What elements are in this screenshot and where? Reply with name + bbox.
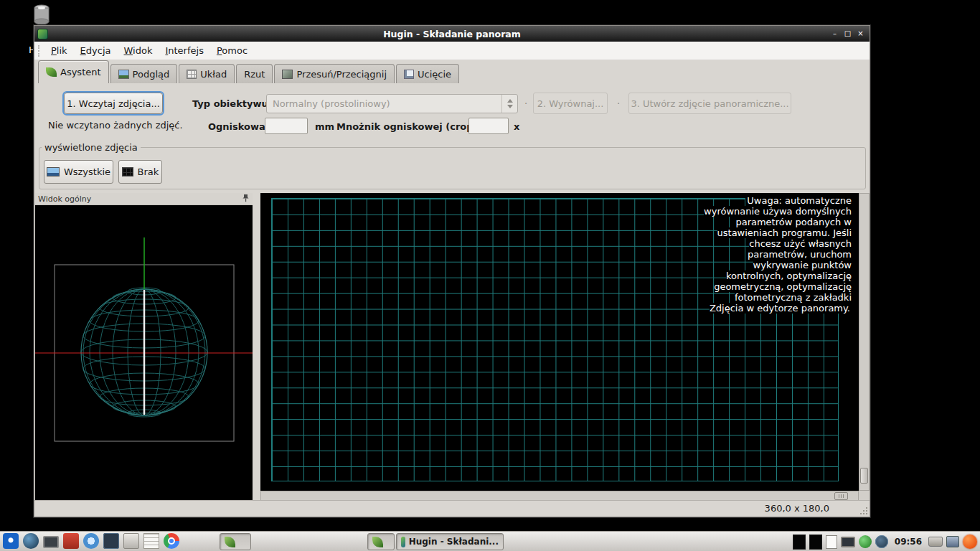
desktop-archive-icon[interactable] (33, 4, 50, 26)
focal-unit-label: mm (315, 121, 334, 132)
crop-icon (404, 70, 414, 79)
button-label: Wszystkie (64, 166, 110, 177)
taskbar-hugin-window-button[interactable]: Hugin - Składani... (396, 533, 504, 550)
vertical-scrollbar-thumb[interactable] (860, 468, 868, 484)
menu-plik[interactable]: Plik (44, 43, 74, 58)
move-drag-icon (282, 70, 293, 79)
tray-black-box-1 (793, 534, 806, 550)
crop-factor-label: Mnożnik ogniskowej (crop): (336, 121, 481, 132)
tray-network-icon[interactable] (875, 535, 888, 548)
resize-grip[interactable] (860, 507, 867, 514)
tab-label: Asystent (60, 67, 101, 77)
notification-orange-icon[interactable] (963, 534, 977, 549)
tab-label: Układ (200, 69, 227, 80)
window-title: Hugin - Składanie panoram (34, 29, 870, 39)
no-images-icon (122, 167, 133, 176)
assistant-icon (46, 67, 57, 77)
tab-uciecie[interactable]: Ucięcie (396, 64, 459, 83)
tray-black-box-2 (809, 534, 822, 550)
hugin-app-icon (37, 29, 48, 39)
load-images-button[interactable]: 1. Wczytaj zdjęcia... (64, 93, 163, 114)
show-all-images-button[interactable]: Wszystkie (44, 160, 113, 184)
show-none-images-button[interactable]: Brak (118, 160, 162, 184)
create-panorama-button[interactable]: 3. Utwórz zdjęcie panoramiczne... (628, 93, 791, 114)
sphere-overview-canvas[interactable] (35, 205, 253, 503)
focal-length-label: Ogniskowa: (208, 121, 269, 132)
menubar-grip[interactable] (38, 45, 42, 57)
pin-icon[interactable] (242, 194, 250, 204)
text-editor-icon[interactable] (143, 533, 159, 549)
taskbar-leaf-button-1[interactable] (220, 533, 251, 550)
display-settings-icon[interactable] (43, 536, 59, 548)
auto-align-note: Uwaga: automatyczne wyrównanie używa dom… (699, 195, 852, 314)
file-manager-icon[interactable] (123, 533, 139, 549)
minimize-button[interactable]: – (829, 29, 840, 39)
focal-length-input[interactable] (265, 118, 308, 134)
taskbar: Hugin - Składani... 09:56 (0, 531, 980, 551)
all-images-icon (47, 167, 60, 176)
crop-unit-label: x (514, 121, 519, 132)
menu-edycja[interactable]: Edycja (74, 43, 118, 58)
overview-pane: Widok ogólny (35, 193, 253, 503)
horizontal-scrollbar-thumb[interactable] (834, 492, 848, 500)
tab-label: Przesuń/Przeciągnij (296, 69, 387, 80)
chevron-down-icon (507, 105, 513, 108)
tray-printer-icon[interactable] (928, 537, 943, 547)
separator-dot: · (524, 98, 527, 109)
package-manager-icon[interactable] (63, 533, 79, 549)
tab-przesun[interactable]: Przesuń/Przeciągnij (274, 64, 395, 83)
align-button[interactable]: 2. Wyrównaj... (533, 93, 608, 114)
displayed-images-group (39, 147, 866, 189)
hugin-app-icon (401, 537, 405, 547)
tab-label: Rzut (244, 69, 265, 80)
statusbar: 360,0 x 180,0 (34, 500, 870, 517)
pane-splitter[interactable] (253, 193, 260, 503)
tab-podglad[interactable]: Podgląd (110, 64, 178, 83)
tab-uklad[interactable]: Układ (179, 64, 235, 83)
vertical-scrollbar[interactable] (859, 193, 870, 491)
leaf-icon (225, 537, 235, 547)
menu-pomoc[interactable]: Pomoc (210, 43, 254, 58)
chromium-icon[interactable] (83, 533, 99, 549)
tab-label: Podgląd (133, 69, 170, 80)
titlebar[interactable]: Hugin - Składanie panoram – □ × (34, 26, 870, 42)
lens-type-select[interactable]: Normalny (prostoliniowy) (266, 94, 518, 113)
canvas-size-status: 360,0 x 180,0 (765, 503, 829, 514)
terminal-icon[interactable] (103, 533, 119, 549)
combo-spinner[interactable] (501, 95, 517, 113)
tray-clipboard-icon[interactable] (826, 535, 837, 549)
menu-widok[interactable]: Widok (118, 43, 159, 58)
menubar: Plik Edycja Widok Interfejs Pomoc (34, 42, 870, 60)
tray-device-icon[interactable] (946, 536, 959, 547)
maximize-button[interactable]: □ (842, 29, 853, 39)
no-images-status: Nie wczytano żadnych zdjęć. (48, 120, 183, 131)
leaf-icon (372, 537, 383, 547)
clock[interactable]: 09:56 (892, 537, 925, 547)
chrome-icon-center (168, 537, 175, 545)
layout-grid-icon (187, 70, 197, 79)
preview-image-icon (118, 70, 129, 79)
overview-title: Widok ogólny (38, 194, 91, 204)
displayed-images-group-label: wyświetlone zdjęcia (42, 142, 141, 153)
chrome-icon[interactable] (164, 533, 179, 549)
tab-asystent[interactable]: Asystent (38, 60, 109, 83)
taskbar-leaf-button-2[interactable] (367, 533, 395, 550)
panorama-preview-canvas[interactable]: Uwaga: automatyczne wyrównanie używa dom… (260, 193, 859, 491)
lens-type-label: Typ obiektywu: (192, 98, 272, 109)
tabbar: Asystent Podgląd Układ Rzut Przesuń/Prze… (34, 60, 870, 83)
separator-dot: · (617, 98, 620, 109)
web-browser-icon[interactable] (23, 533, 39, 549)
tab-rzut[interactable]: Rzut (236, 64, 273, 83)
button-label: Brak (138, 166, 159, 177)
tray-display-icon[interactable] (841, 537, 855, 547)
menu-interfejs[interactable]: Interfejs (159, 43, 209, 58)
crop-factor-input[interactable] (468, 118, 509, 134)
tray-green-status-icon[interactable] (859, 535, 872, 548)
close-button[interactable]: × (855, 29, 866, 39)
overview-header: Widok ogólny (35, 193, 253, 205)
tab-label: Ucięcie (418, 69, 451, 80)
hugin-window: Hugin - Składanie panoram – □ × Plik Edy… (34, 25, 870, 517)
lens-type-value: Normalny (prostoliniowy) (267, 98, 501, 109)
app-menu-icon[interactable] (3, 533, 19, 549)
task-button-label: Hugin - Składani... (409, 537, 499, 547)
